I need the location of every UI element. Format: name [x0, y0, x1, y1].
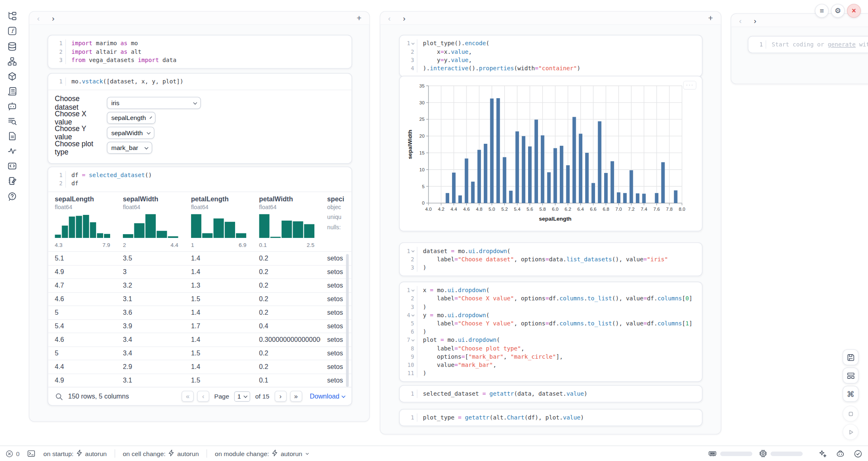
table-row[interactable]: 4.73.21.30.2setos [48, 279, 351, 292]
autorun-setting[interactable]: on module change:autorun [215, 449, 308, 458]
prev-column-button[interactable]: ‹ [388, 14, 390, 22]
table-column-header[interactable]: speciobjecuniqunulls: [321, 195, 389, 248]
svg-text:sepalWidth: sepalWidth [407, 130, 413, 159]
shutdown-button[interactable]: × [847, 4, 861, 18]
dropdown-select[interactable]: sepalLength [107, 112, 156, 124]
activity-sidebar: f [0, 0, 29, 445]
table-column-header[interactable]: sepalLengthfloat644.37.9 [48, 195, 116, 248]
ai-sparkles-icon[interactable] [818, 449, 827, 458]
menu-button[interactable]: ≡ [815, 4, 829, 18]
table-row[interactable]: 4.93.11.50.1setos [48, 373, 351, 387]
column-histogram [55, 214, 110, 238]
table-column-header[interactable]: sepalWidthfloat6424.4 [116, 195, 185, 248]
dropdown-row: Choose X valuesepalLength [55, 112, 345, 124]
script-icon[interactable] [7, 86, 17, 96]
next-page-button[interactable]: › [275, 391, 287, 402]
table-row[interactable]: 4.63.41.40.30000000000000004setos [48, 333, 351, 346]
prev-page-button[interactable]: ‹ [197, 391, 210, 402]
chevron-down-icon [306, 452, 309, 455]
download-button[interactable]: Download [310, 392, 345, 400]
svg-text:20: 20 [419, 134, 425, 138]
table-row[interactable]: 5.13.51.40.2setos [48, 251, 351, 265]
function-icon[interactable]: f [7, 26, 17, 36]
memory-progress [720, 451, 752, 456]
svg-text:7.4: 7.4 [641, 207, 648, 212]
dropdown-select[interactable]: mark_bar [107, 142, 152, 154]
table-row[interactable]: 4.63.11.50.2setos [48, 292, 351, 306]
layout-button[interactable] [843, 367, 859, 383]
run-button[interactable] [843, 424, 859, 440]
package-icon[interactable] [7, 71, 17, 81]
svg-text:10: 10 [419, 167, 425, 172]
svg-text:25: 25 [419, 117, 425, 122]
column-panel-left: ‹ › + 1import marimo as mo2import altair… [29, 11, 370, 422]
first-page-button[interactable]: « [182, 391, 194, 402]
chart-svg[interactable]: 051015202530354.04.24.44.64.85.05.25.45.… [406, 81, 687, 225]
document-icon[interactable] [7, 131, 17, 141]
generate-link[interactable]: generate [828, 41, 856, 48]
code-cell-dataframe[interactable]: 1df = selected_dataset()2df sepalLengthf… [48, 166, 352, 406]
code-cell-dataset-dropdown[interactable]: 1dataset = mo.ui.dropdown(2 label="Choos… [399, 242, 702, 276]
table-column-header[interactable]: petalWidthfloat640.12.5 [252, 195, 321, 248]
copilot-icon[interactable] [836, 449, 845, 458]
svg-text:6.4: 6.4 [577, 207, 584, 212]
code-cell-selected-dataset[interactable]: 1selected_dataset = getattr(data, datase… [399, 385, 702, 402]
table-row[interactable]: 4.42.91.40.2setos [48, 360, 351, 373]
dropdown-row: Choose plot typemark_bar [55, 142, 345, 154]
code-cell-xy-dropdowns[interactable]: 1x = mo.ui.dropdown(2 label="Choose X va… [399, 282, 702, 382]
save-button[interactable] [843, 349, 859, 365]
dropdown-select[interactable]: iris [107, 97, 201, 109]
chat-bot-icon[interactable] [7, 101, 17, 111]
database-icon[interactable] [7, 41, 17, 51]
table-row[interactable]: 4.931.40.2setos [48, 265, 351, 279]
dropdown-select[interactable]: sepalWidth [107, 127, 155, 139]
terminal-icon[interactable] [28, 449, 36, 458]
chart-cell: 051015202530354.04.24.44.64.85.05.25.45.… [399, 76, 702, 231]
code-cell-plot-type[interactable]: 1plot_type = getattr(alt.Chart(df), plot… [399, 409, 702, 426]
activity-icon[interactable] [7, 146, 17, 156]
scratchpad-icon[interactable] [7, 176, 17, 186]
column-histogram [191, 214, 247, 238]
autorun-setting[interactable]: on startup:autorun [44, 449, 107, 458]
autorun-setting[interactable]: on cell change:autorun [123, 449, 199, 458]
help-icon[interactable] [7, 191, 17, 201]
stop-button[interactable] [843, 406, 859, 422]
next-column-button[interactable]: › [754, 16, 756, 24]
table-row[interactable]: 53.61.40.2setos [48, 306, 351, 319]
next-column-button[interactable]: › [52, 14, 54, 22]
chevron-down-icon [150, 116, 152, 119]
svg-text:0: 0 [422, 201, 425, 205]
code-cell-ai-placeholder[interactable]: 1 Start coding or generate with [748, 36, 868, 53]
code-cell-imports[interactable]: 1import marimo as mo2import altair as al… [48, 35, 352, 69]
log-search-icon[interactable] [7, 116, 17, 126]
code-snippet-icon[interactable] [7, 161, 17, 171]
table-row[interactable]: 53.41.50.2setos [48, 346, 351, 360]
dependency-graph-icon[interactable] [7, 56, 17, 66]
code-cell-vstack[interactable]: 1mo.vstack([dataset, x, y, plot]) Choose… [48, 73, 352, 164]
table-column-header[interactable]: petalLengthfloat6416.9 [185, 195, 253, 248]
connection-status-icon[interactable] [854, 449, 863, 458]
file-tree-icon[interactable] [7, 11, 17, 21]
page-select[interactable]: 1 [234, 391, 250, 402]
prev-column-button[interactable]: ‹ [37, 14, 39, 22]
table-row[interactable]: 5.43.91.70.4setos [48, 319, 351, 333]
next-column-button[interactable]: › [403, 14, 405, 22]
cell-actions-button[interactable]: ··· [683, 81, 696, 90]
add-column-button[interactable]: + [708, 13, 713, 23]
command-palette-button[interactable]: ⌘ [843, 386, 859, 402]
gear-icon: ⚙ [835, 7, 841, 15]
last-page-button[interactable]: » [290, 391, 302, 402]
add-column-button[interactable]: + [357, 13, 362, 23]
prev-column-button[interactable]: ‹ [739, 16, 741, 24]
dropdown-row: Choose datasetiris [55, 97, 345, 109]
error-count[interactable]: 0 [5, 449, 19, 457]
status-bar: 0 on startup:autorunon cell change:autor… [0, 445, 868, 461]
code-cell-encode[interactable]: 1plot_type().encode(2 x=x.value,3 y=y.va… [399, 35, 702, 77]
table-scrollbar[interactable] [346, 254, 349, 387]
svg-text:f: f [11, 28, 15, 34]
search-icon[interactable] [55, 392, 63, 400]
lightning-icon [76, 449, 83, 458]
ai-placeholder[interactable]: Start coding or generate with [766, 40, 868, 48]
svg-text:4.8: 4.8 [476, 207, 482, 212]
settings-button[interactable]: ⚙ [831, 4, 845, 18]
